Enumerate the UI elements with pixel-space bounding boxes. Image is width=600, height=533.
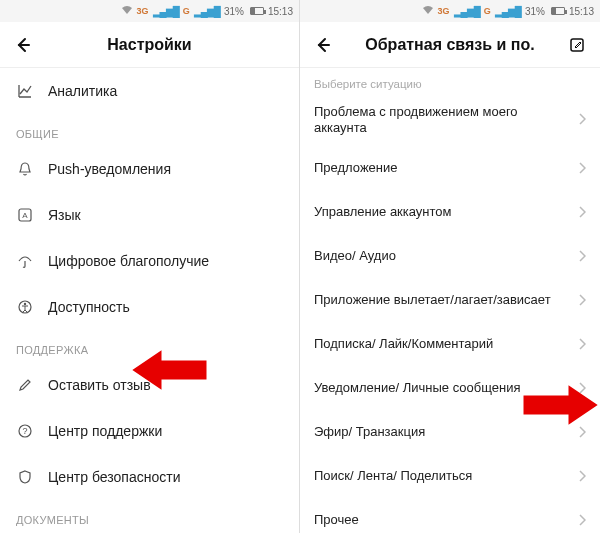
chevron-right-icon [578,468,586,486]
pencil-icon [16,376,34,394]
wifi-icon [422,5,434,17]
item-live-tx[interactable]: Эфир/ Транзакция [300,411,600,455]
signal1-icon: ▂▄▆█ [153,6,179,17]
row-push[interactable]: Push-уведомления [0,146,299,192]
chevron-right-icon [578,424,586,442]
section-documents: ДОКУМЕНТЫ [0,500,299,532]
item-label: Прочее [314,512,568,528]
situation-subtitle: Выберите ситуацию [300,68,600,94]
row-label: Push-уведомления [48,161,283,177]
chevron-right-icon [578,160,586,178]
signal2-icon: ▂▄▆█ [194,6,220,17]
status-bar: 3G ▂▄▆█ G ▂▄▆█ 31% 15:13 [300,0,600,22]
item-crash[interactable]: Приложение вылетает/лагает/зависает [300,279,600,323]
feedback-screen: 3G ▂▄▆█ G ▂▄▆█ 31% 15:13 Обратная связь … [300,0,600,533]
item-video-audio[interactable]: Видео/ Аудио [300,235,600,279]
clock: 15:13 [569,6,594,17]
signal1-icon: ▂▄▆█ [454,6,480,17]
row-label: Доступность [48,299,283,315]
item-suggestion[interactable]: Предложение [300,147,600,191]
item-label: Предложение [314,160,568,176]
network2-type: G [484,6,491,16]
battery-icon [248,7,264,15]
row-language[interactable]: A Язык [0,192,299,238]
item-label: Поиск/ Лента/ Поделиться [314,468,568,484]
svg-text:A: A [22,211,28,220]
bell-icon [16,160,34,178]
header: Обратная связь и по. [300,22,600,68]
chevron-right-icon [578,512,586,530]
shield-icon [16,468,34,486]
analytics-icon [16,82,34,100]
item-other[interactable]: Прочее [300,499,600,534]
row-label: Центр поддержки [48,423,283,439]
feedback-body: Выберите ситуацию Проблема с продвижение… [300,68,600,533]
header: Настройки [0,22,299,68]
section-general: ОБЩИЕ [0,114,299,146]
compose-button[interactable] [566,34,588,56]
item-label: Подписка/ Лайк/Комментарий [314,336,568,352]
settings-screen: 3G ▂▄▆█ G ▂▄▆█ 31% 15:13 Настройки Анали… [0,0,300,533]
svg-point-3 [24,303,26,305]
row-feedback[interactable]: Оставить отзыв [0,362,299,408]
page-title: Обратная связь и по. [300,36,600,54]
chevron-right-icon [578,336,586,354]
item-account-mgmt[interactable]: Управление аккаунтом [300,191,600,235]
battery-percent: 31% [525,6,545,17]
page-title: Настройки [0,36,299,54]
row-label: Оставить отзыв [48,377,283,393]
question-icon: ? [16,422,34,440]
chevron-right-icon [578,204,586,222]
umbrella-icon [16,252,34,270]
item-promo[interactable]: Проблема с продвижением моего аккаунта [300,94,600,147]
item-label: Видео/ Аудио [314,248,568,264]
row-wellbeing[interactable]: Цифровое благополучие [0,238,299,284]
item-search-feed[interactable]: Поиск/ Лента/ Поделиться [300,455,600,499]
item-label: Приложение вылетает/лагает/зависает [314,292,568,308]
clock: 15:13 [268,6,293,17]
accessibility-icon [16,298,34,316]
section-support: ПОДДЕРЖКА [0,330,299,362]
back-button[interactable] [12,34,34,56]
network1-type: 3G [438,6,450,16]
wifi-icon [121,5,133,17]
item-notif-dm[interactable]: Уведомление/ Личные сообщения [300,367,600,411]
row-safety-center[interactable]: Центр безопасности [0,454,299,500]
row-label: Цифровое благополучие [48,253,283,269]
language-icon: A [16,206,34,224]
status-bar: 3G ▂▄▆█ G ▂▄▆█ 31% 15:13 [0,0,299,22]
chevron-right-icon [578,292,586,310]
signal2-icon: ▂▄▆█ [495,6,521,17]
item-label: Управление аккаунтом [314,204,568,220]
chevron-right-icon [578,111,586,129]
svg-text:?: ? [22,426,27,436]
row-label: Язык [48,207,283,223]
row-accessibility[interactable]: Доступность [0,284,299,330]
settings-body: Аналитика ОБЩИЕ Push-уведомления A Язык [0,68,299,533]
battery-percent: 31% [224,6,244,17]
item-label: Уведомление/ Личные сообщения [314,380,568,396]
row-label: Центр безопасности [48,469,283,485]
item-label: Эфир/ Транзакция [314,424,568,440]
item-label: Проблема с продвижением моего аккаунта [314,104,568,137]
item-sub-like[interactable]: Подписка/ Лайк/Комментарий [300,323,600,367]
back-button[interactable] [312,34,334,56]
battery-icon [549,7,565,15]
row-label: Аналитика [48,83,283,99]
network2-type: G [183,6,190,16]
chevron-right-icon [578,248,586,266]
row-analytics[interactable]: Аналитика [0,68,299,114]
chevron-right-icon [578,380,586,398]
network1-type: 3G [137,6,149,16]
row-help-center[interactable]: ? Центр поддержки [0,408,299,454]
